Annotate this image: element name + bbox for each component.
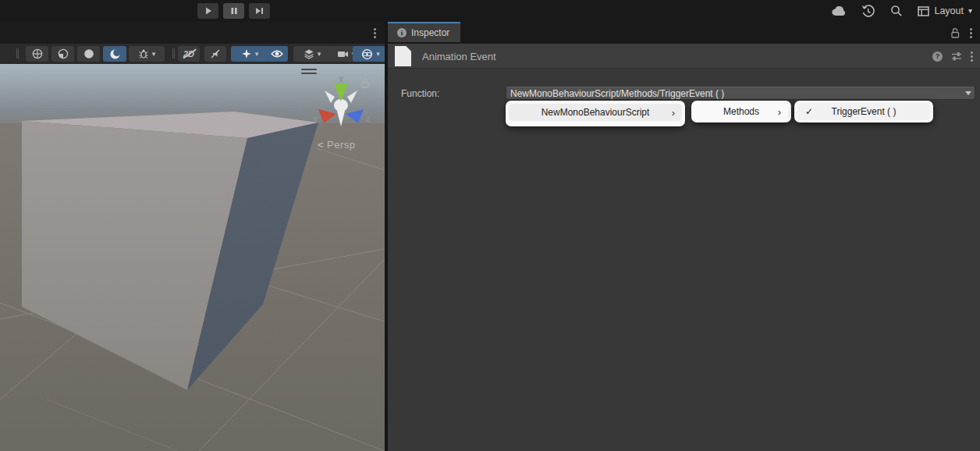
play-icon [204,6,213,16]
inspector-panel-menu-icon[interactable] [970,32,972,34]
submenu-chevron-icon: › [778,106,781,118]
cloud-icon [832,6,847,16]
gizmo-sphere-icon [361,48,373,60]
scene-panel: ▾ 2D ▾ [0,22,385,451]
gizmo-x-label: x [313,114,318,123]
debug-mode-dropdown[interactable]: ▾ [129,46,165,62]
toolbar-right-cluster: Layout ▾ [831,0,972,22]
gizmo-y-label: y [339,75,344,83]
unlock-icon[interactable] [950,27,960,38]
info-icon: i [397,28,407,37]
menu-item-script-label: NewMonoBehaviourScript [541,107,650,118]
presets-icon[interactable] [951,51,962,61]
persp-label: Persp [327,139,355,151]
menu-item-trigger-event-label: TriggerEvent ( ) [832,106,897,117]
wire-sphere-icon [32,48,43,59]
half-sphere-icon [58,48,69,59]
layout-dropdown[interactable]: Layout ▾ [918,3,972,19]
persp-chevron-icon: < [318,139,324,151]
inspector-more-menu-icon[interactable] [971,55,973,58]
asset-file-icon [395,46,411,66]
menu-item-trigger-event[interactable]: ✓ TriggerEvent ( ) [797,103,930,120]
gizmo-z-label: z [366,114,371,123]
search-button[interactable] [889,3,904,19]
dropdown-caret-icon: ▾ [318,51,321,58]
inspector-tab-label: Inspector [411,27,449,38]
camera-icon [337,50,349,59]
layout-label: Layout [934,5,964,16]
layers-icon [304,48,314,59]
inspector-panel: i Inspector Animation Event ? Function: [388,22,980,451]
help-icon[interactable]: ? [932,51,943,62]
inspector-header-icons: ? [932,44,973,69]
inspector-tabbar: i Inspector [388,22,980,44]
menu-item-script[interactable]: NewMonoBehaviourScript › [509,104,682,121]
audio-mute-button[interactable] [204,46,226,62]
checkmark-icon: ✓ [805,106,813,117]
scene-panel-menu-icon[interactable] [374,32,376,34]
audio-muted-icon [210,48,221,59]
gizmo-z-axis-cone[interactable] [346,109,364,123]
perspective-toggle[interactable]: <Persp [318,139,356,151]
main-toolbar: Layout ▾ [0,0,980,22]
scene-orientation-gizmo[interactable]: y x z [311,75,374,137]
dropdown-caret-icon [965,91,971,95]
function-menu-level3: ✓ TriggerEvent ( ) [794,101,933,123]
asset-title: Animation Event [422,44,496,69]
step-icon [254,6,265,16]
function-dropdown[interactable]: NewMonoBehaviourScript/Methods/TriggerEv… [506,87,975,100]
bug-icon [138,48,149,59]
function-value: NewMonoBehaviourScript/Methods/TriggerEv… [510,88,724,99]
crescent-moon-icon [109,48,121,60]
gizmo-y-axis-cone[interactable] [334,83,348,101]
shading-wireframe-button[interactable] [26,46,48,62]
submenu-chevron-icon: › [672,107,675,119]
filled-circle-icon [83,48,94,59]
function-menu-level1: NewMonoBehaviourScript › [506,101,685,126]
inspector-header: Animation Event ? [388,44,980,69]
menu-item-methods-label: Methods [723,106,759,117]
dropdown-caret-icon: ▾ [255,51,259,58]
layers-dropdown[interactable]: ▾ [293,46,331,62]
inspector-body: Function: NewMonoBehaviourScript/Methods… [388,69,980,451]
search-icon [890,5,903,17]
layout-caret-icon: ▾ [968,7,972,15]
toolbar-drag-handle[interactable] [172,48,175,59]
function-menu-level2: Methods › [691,101,791,123]
pause-icon [229,6,239,16]
shading-unlit-button[interactable] [103,46,126,62]
play-controls [197,3,270,19]
history-button[interactable] [860,3,875,19]
2d-toggle-button[interactable]: 2D [178,46,200,62]
function-label: Function: [401,88,439,99]
dropdown-caret-icon: ▾ [376,51,380,58]
pause-button[interactable] [223,3,244,19]
layout-grid-icon [918,6,929,16]
shading-shaded-wireframe-button[interactable] [51,46,74,62]
scene-visibility-button[interactable] [266,46,288,62]
tab-inspector[interactable]: i Inspector [388,22,460,42]
eye-icon [271,49,283,59]
scene-tabbar [0,22,385,44]
gizmos-dropdown[interactable]: ▾ [353,46,389,62]
scene-view-toolbar: ▾ 2D ▾ [0,44,385,64]
dropdown-caret-icon: ▾ [152,51,156,58]
gizmo-x-axis-cone[interactable] [318,109,336,123]
menu-item-methods[interactable]: Methods › [694,103,788,120]
shading-shaded-button[interactable] [77,46,100,62]
history-icon [861,5,875,18]
cloud-button[interactable] [831,3,847,19]
step-button[interactable] [249,3,270,19]
toolbar-drag-handle[interactable] [16,48,19,59]
effects-dropdown[interactable]: ▾ [231,46,268,62]
inspector-tabbar-icons [950,27,972,38]
2d-icon: 2D [183,49,194,59]
effects-star-icon [241,48,252,59]
scene-viewport[interactable]: y x z <Persp [0,64,385,451]
play-button[interactable] [197,3,218,19]
